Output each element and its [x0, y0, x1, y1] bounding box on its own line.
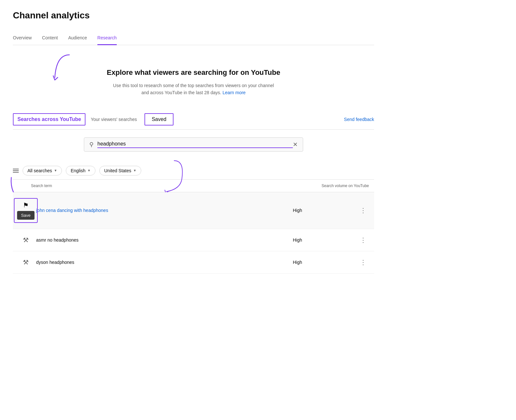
- more-options-button[interactable]: ⋮: [357, 257, 369, 267]
- hero-desc: Use this tool to research some of the to…: [110, 82, 277, 96]
- search-term-link[interactable]: john cena dancing with headphones: [36, 208, 108, 213]
- filter-icon[interactable]: [13, 169, 19, 173]
- search-box-container: ⚲ headphones ✕: [13, 137, 374, 152]
- search-volume: High: [293, 260, 357, 265]
- search-tabs-row: Searches across YouTube Your viewers' se…: [13, 109, 374, 130]
- col-volume: Search volume on YouTube: [322, 184, 369, 188]
- your-viewers-tab[interactable]: Your viewers' searches: [85, 114, 142, 125]
- bookmark-empty-icon[interactable]: ⚒: [23, 236, 29, 244]
- clear-search-button[interactable]: ✕: [293, 141, 298, 148]
- searches-across-tab[interactable]: Searches across YouTube: [13, 113, 85, 125]
- hero-section: Explore what viewers are searching for o…: [13, 58, 374, 109]
- search-term-text: asmr no headphones: [36, 237, 79, 243]
- tab-content[interactable]: Content: [42, 31, 58, 45]
- chevron-down-icon: ▼: [54, 169, 57, 172]
- saved-tab[interactable]: Saved: [144, 113, 173, 125]
- more-options-button[interactable]: ⋮: [357, 235, 369, 245]
- table-rows: ⚑ Save john cena dancing with headphones…: [13, 192, 374, 274]
- filters-row: All searches ▼ English ▼ United States ▼: [13, 162, 374, 180]
- chevron-down-icon: ▼: [87, 169, 91, 172]
- english-filter[interactable]: English ▼: [66, 166, 95, 175]
- send-feedback-button[interactable]: Send feedback: [344, 117, 374, 122]
- search-term-col: asmr no headphones: [34, 237, 293, 243]
- search-input[interactable]: headphones: [97, 141, 293, 148]
- table-row: ⚑ Save john cena dancing with headphones…: [13, 192, 374, 229]
- search-volume: High: [293, 237, 357, 243]
- all-searches-filter[interactable]: All searches ▼: [23, 166, 62, 175]
- chevron-down-icon: ▼: [133, 169, 136, 172]
- table-row: ⚒ asmr no headphones High ⋮: [13, 229, 374, 251]
- bookmark-col: ⚒: [18, 258, 34, 266]
- col-search-term: Search term: [31, 184, 52, 188]
- bookmark-empty-icon[interactable]: ⚒: [23, 258, 29, 266]
- bookmark-col: ⚒: [18, 236, 34, 244]
- more-options-button[interactable]: ⋮: [357, 205, 369, 215]
- united-states-filter[interactable]: United States ▼: [99, 166, 141, 175]
- tab-research[interactable]: Research: [97, 31, 117, 45]
- hero-title: Explore what viewers are searching for o…: [13, 68, 374, 77]
- tab-audience[interactable]: Audience: [68, 31, 87, 45]
- learn-more-link[interactable]: Learn more: [223, 90, 246, 95]
- table-row: ⚒ dyson headphones High ⋮: [13, 251, 374, 274]
- table-header: Search term Search volume on YouTube: [13, 180, 374, 192]
- save-button[interactable]: Save: [17, 211, 35, 220]
- bookmark-filled-icon[interactable]: ⚑: [23, 201, 29, 209]
- tabs-bar: Overview Content Audience Research: [13, 31, 374, 45]
- search-volume: High: [293, 208, 357, 213]
- search-term-col: dyson headphones: [34, 260, 293, 265]
- search-term-col: john cena dancing with headphones: [34, 208, 293, 213]
- search-icon: ⚲: [89, 141, 94, 148]
- search-term-text: dyson headphones: [36, 260, 74, 265]
- search-box: ⚲ headphones ✕: [84, 137, 303, 152]
- bookmark-save-wrap: ⚑ Save: [14, 198, 38, 223]
- bookmark-col: ⚑ Save: [18, 198, 34, 223]
- page-title: Channel analytics: [13, 10, 374, 21]
- tab-overview[interactable]: Overview: [13, 31, 32, 45]
